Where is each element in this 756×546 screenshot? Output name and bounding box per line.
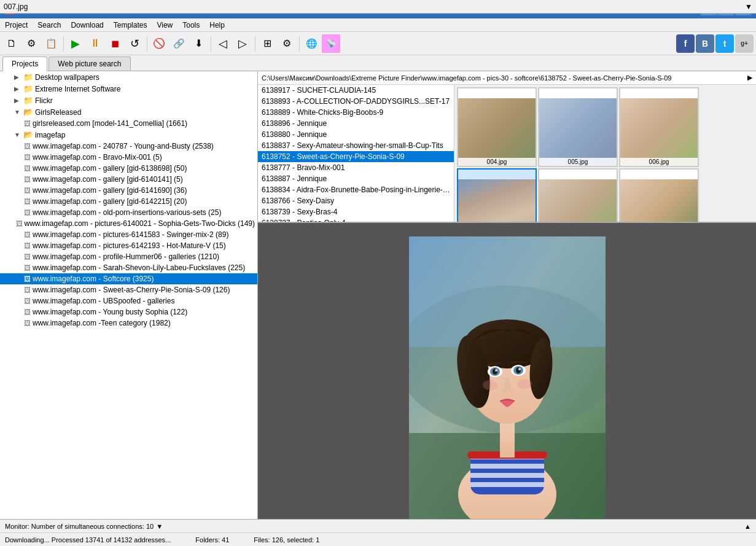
download-button[interactable]: ⬇ [189,34,208,53]
file-entry-f11[interactable]: 6138766 - Sexy-Daisy [258,195,454,206]
separator-2 [145,34,149,53]
thumbnail-006[interactable]: 006.jpg [619,87,699,167]
tree-item-if1[interactable]: 🖼 www.imagefap.com - 240787 - Young-and-… [0,141,257,152]
tree-item-if12[interactable]: 🖼 www.imagefap.com - Sarah-Shevon-Lily-L… [0,262,257,273]
play-button[interactable]: ▶ [66,34,85,53]
rss-icon: 📡 [326,39,336,48]
thumb-label-004: 004.jpg [458,158,536,166]
file-entry-f7[interactable]: 6138752 - Sweet-as-Cherry-Pie-Sonia-S-09 [258,151,454,162]
link-button[interactable]: 🔗 [170,34,188,53]
tree-item-flickr[interactable]: ▶ 📁 Flickr [0,95,257,106]
file-entry-f5[interactable]: 6138880 - Jennique [258,129,454,140]
tree-item-if8[interactable]: 🖼 www.imagefap.com - pictures-6140021 - … [0,218,257,229]
menu-help[interactable]: Help [205,18,230,32]
new-project-button[interactable]: 🗋 [2,34,21,53]
file-entry-f12[interactable]: 6138739 - Sexy-Bras-4 [258,206,454,217]
tree-item-if16[interactable]: 🖼 www.imagefap.com - Young busty Sophia … [0,306,257,318]
next-button[interactable]: ▷ [233,34,252,53]
options-icon: ⚙ [283,37,291,49]
vk-button[interactable]: В [696,34,714,53]
clipboard-button[interactable]: 📋 [42,34,60,53]
svg-rect-7 [470,464,544,469]
tree-item-if4[interactable]: 🖼 www.imagefap.com - gallery [gid-614014… [0,174,257,185]
tree-label: www.imagefap.com - gallery [gid-6142215]… [33,197,187,206]
tree-label: www.imagefap.com - UBSpoofed - galleries [33,297,174,305]
tree-item-if17[interactable]: 🖼 www.imagefap.com -Teen category (1982) [0,318,257,329]
files-count: Files: 126, selected: 1 [254,536,319,544]
new-icon: 🗋 [7,38,17,49]
stop-icon: ◼ [111,37,119,49]
menu-view[interactable]: View [152,18,177,32]
thumbnail-005[interactable]: 005.jpg [538,87,618,167]
play-icon: ▶ [71,37,80,50]
facebook-button[interactable]: f [676,34,695,53]
tree-item-desktop[interactable]: ▶ 📁 Desktop wallpapers [0,71,257,83]
preview-image [409,236,606,519]
grid-button[interactable]: ⊞ [258,34,276,53]
tab-projects[interactable]: Projects [2,57,47,71]
expand-icon: ▶ [14,97,21,104]
menu-templates[interactable]: Templates [109,18,152,32]
stop-button[interactable]: ◼ [106,34,124,53]
tree-item-if14[interactable]: 🖼 www.imagefap.com - Sweet-as-Cherry-Pie… [0,284,257,295]
file-icon: 🖼 [24,198,31,205]
tree-item-if13[interactable]: 🖼 www.imagefap.com - Softcore (3925) [0,273,257,284]
file-entry-f4[interactable]: 6138896 - Jennique [258,118,454,129]
grid-icon: ⊞ [263,37,271,49]
tree-item-if2[interactable]: 🖼 www.imagefap.com - Bravo-Mix-001 (5) [0,152,257,163]
thumbnail-008[interactable]: 008.jpg [538,168,618,222]
menu-project[interactable]: Project [0,18,33,32]
web-button[interactable]: 🌐 [302,34,321,53]
pause-button[interactable]: ⏸ [86,34,104,53]
tree-label: www.imagefap.com - pictures-6140021 - So… [25,219,255,228]
twitter-button[interactable]: t [715,34,734,53]
refresh-icon: ↺ [130,37,139,50]
file-entry-f2[interactable]: 6138893 - A-COLLECTION-OF-DADDYSGIRLS...… [258,96,454,107]
preview-dropdown-icon[interactable]: ▼ [745,2,752,11]
file-entry-f8[interactable]: 6138777 - Bravo-Mix-001 [258,162,454,173]
monitor-up-arrow[interactable]: ▲ [744,523,751,530]
tree-item-if6[interactable]: 🖼 www.imagefap.com - gallery [gid-614221… [0,196,257,207]
tree-item-imagefap[interactable]: ▼ 📂 imagefap [0,129,257,141]
monitor-dropdown[interactable]: ▼ [156,523,163,530]
tree-item-if10[interactable]: 🖼 www.imagefap.com - pictures-6142193 - … [0,240,257,251]
tree-label: www.imagefap.com - pictures-6142193 - Ho… [33,241,226,250]
tree-label: www.imagefap.com - gallery [gid-6141690]… [33,186,187,195]
file-icon: 🖼 [24,165,31,172]
tree-item-if9[interactable]: 🖼 www.imagefap.com - pictures-6141583 - … [0,229,257,240]
tab-web-picture-search[interactable]: Web picture search [49,57,130,71]
prev-button[interactable]: ◁ [214,34,232,53]
tree-item-if15[interactable]: 🖼 www.imagefap.com - UBSpoofed - galleri… [0,295,257,306]
tree-item-girlsreleased[interactable]: ▼ 📂 GirlsReleased [0,106,257,118]
tree-item-if7[interactable]: 🖼 www.imagefap.com - old-porn-insertions… [0,207,257,218]
path-scroll-right[interactable]: ▶ [747,74,752,82]
googleplus-button[interactable]: g+ [735,34,754,53]
tree-item-if11[interactable]: 🖼 www.imagefap.com - profile-Hummer06 - … [0,251,257,262]
thumbnail-009[interactable]: 009.jpg [619,168,699,222]
options-button[interactable]: ⚙ [278,34,296,53]
thumbnail-004[interactable]: 004.jpg [457,87,537,167]
tree-label: www.imagefap.com - Bravo-Mix-001 (5) [33,153,162,162]
svg-point-23 [518,368,521,370]
file-entry-f1[interactable]: 6138917 - SUCHET-CLAUDIA-145 [258,85,454,96]
tree-label: www.imagefap.com - gallery [gid-6140141]… [33,175,183,184]
tree-item-if5[interactable]: 🖼 www.imagefap.com - gallery [gid-614169… [0,185,257,196]
refresh-button[interactable]: ↺ [125,34,144,53]
rss-button[interactable]: 📡 [322,34,340,53]
settings-button[interactable]: ⚙ [22,34,41,53]
file-entry-f6[interactable]: 6138837 - Sexy-Amateur-showing-her-small… [258,140,454,151]
project-tree: ▶ 📁 Desktop wallpapers ▶ 📁 Extreme Inter… [0,71,258,519]
menu-search[interactable]: Search [33,18,66,32]
file-entry-f3[interactable]: 6138889 - White-Chicks-Big-Boobs-9 [258,107,454,118]
menu-download[interactable]: Download [66,18,108,32]
file-entry-f9[interactable]: 6138887 - Jennique [258,173,454,184]
menu-tools[interactable]: Tools [177,18,205,32]
block-button[interactable]: 🚫 [150,34,168,53]
file-entry-f10[interactable]: 6138834 - Aidra-Fox-Brunette-Babe-Posing… [258,184,454,195]
monitor-text: Monitor: Number of simultaneous connecti… [5,523,154,530]
tree-item-girlsreleased-sub[interactable]: 🖼 girlsreleased.com [model-141_Comellia]… [0,118,257,129]
thumbnail-007[interactable]: 007.jpg [457,168,537,222]
tree-item-if3[interactable]: 🖼 www.imagefap.com - gallery [gid-613869… [0,163,257,174]
file-entry-f13[interactable]: 6138727 - Panties-Only-4 [258,217,454,222]
tree-item-extreme[interactable]: ▶ 📁 Extreme Internet Software [0,83,257,95]
